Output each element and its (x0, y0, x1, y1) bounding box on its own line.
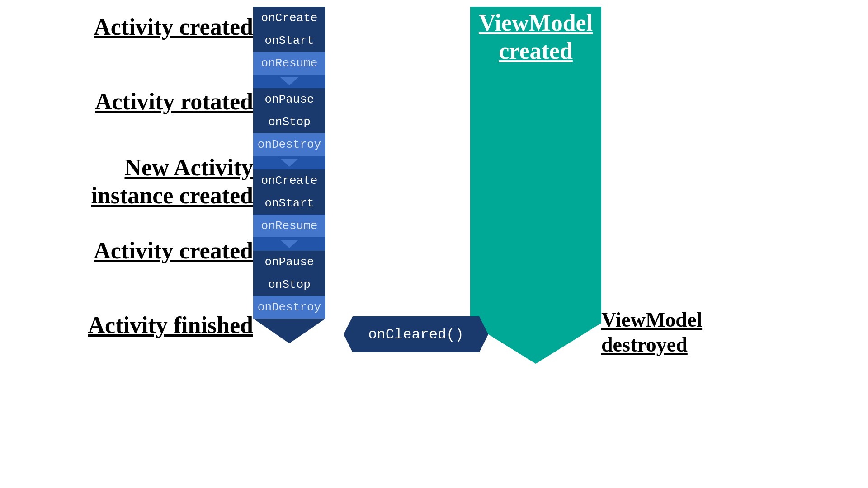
lc-onstop-2: onStop (253, 273, 326, 296)
lc-onresume-1: onResume (253, 52, 326, 75)
lc-ondestroy-2: onDestroy (253, 296, 326, 319)
lc-separator-1 (253, 75, 326, 88)
lc-separator-2 (253, 156, 326, 169)
label-activity-created-1: Activity created (36, 14, 253, 40)
lc-onstop-1: onStop (253, 111, 326, 133)
label-activity-created-2: Activity created (36, 237, 253, 264)
lc-oncreate-2: onCreate (253, 169, 326, 192)
diagram-container: Activity created Activity rotated New Ac… (0, 0, 868, 488)
lc-separator-3 (253, 237, 326, 251)
viewmodel-arrow-head (470, 323, 601, 364)
label-activity-rotated: Activity rotated (36, 88, 253, 115)
lc-onresume-2: onResume (253, 215, 326, 237)
lifecycle-column: onCreate onStart onResume onPause onStop… (253, 7, 326, 343)
lc-onpause-2: onPause (253, 251, 326, 273)
label-activity-finished: Activity finished (36, 312, 253, 338)
lc-ondestroy-1: onDestroy (253, 133, 326, 156)
lc-onstart-2: onStart (253, 192, 326, 215)
label-new-activity-instance: New Activity instance created (36, 154, 253, 210)
lc-arrow-bottom (253, 319, 326, 343)
lc-onpause-1: onPause (253, 88, 326, 111)
lc-oncreate-1: onCreate (253, 7, 326, 29)
on-cleared-label: onCleared() (344, 316, 488, 352)
viewmodel-created-label: ViewModel created (472, 9, 599, 66)
viewmodel-destroyed-label: ViewModel destroyed (601, 307, 702, 357)
lc-onstart-1: onStart (253, 29, 326, 52)
